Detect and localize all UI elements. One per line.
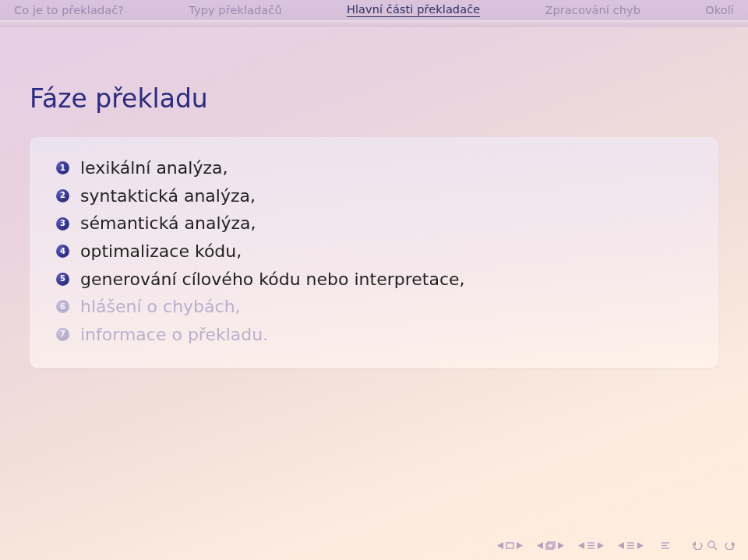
svg-marker-7 [578, 542, 584, 549]
list-item: 2 syntaktická analýza, [56, 182, 692, 210]
list-item: 1 lexikální analýza, [56, 154, 692, 182]
list-item-text: generování cílového kódu nebo interpreta… [80, 266, 465, 294]
bullet-number-icon: 4 [56, 245, 69, 258]
footer-nav [0, 534, 748, 560]
bullet-number-icon: 3 [56, 217, 69, 231]
subsection-icon [587, 541, 595, 550]
bullet-number-icon: 6 [56, 300, 69, 313]
nav-item-1[interactable]: Typy překladačů [189, 4, 281, 16]
list-item-text: informace o překladu. [80, 321, 268, 349]
list-item-text: lexikální analýza, [80, 154, 228, 182]
list-item: 6 hlášení o chybách, [56, 293, 692, 321]
svg-marker-3 [537, 542, 543, 549]
section-navbar: Co je to překladač? Typy překladačů Hlav… [0, 0, 748, 21]
slide-icon [506, 542, 514, 549]
navbar-separator [0, 21, 748, 27]
content-block: 1 lexikální analýza, 2 syntaktická analý… [30, 137, 718, 368]
bullet-number-icon: 1 [56, 161, 69, 174]
nav-item-3[interactable]: Zpracování chyb [545, 4, 640, 16]
nav-goto-end-icon[interactable] [661, 541, 670, 550]
svg-point-21 [708, 541, 714, 548]
list-item-text: optimalizace kódu, [80, 238, 242, 266]
list-item: 3 sémantická analýza, [56, 210, 692, 238]
list-item: 4 optimalizace kódu, [56, 238, 692, 266]
svg-line-22 [714, 547, 717, 550]
nav-section-prev-next[interactable] [618, 541, 644, 550]
nav-item-2[interactable]: Hlavní části překladače [347, 3, 480, 17]
search-icon [707, 541, 720, 550]
navbar-spacer [0, 27, 748, 35]
frame-icon [545, 541, 556, 550]
slide-title: Fáze překladu [0, 35, 748, 114]
svg-marker-16 [637, 542, 644, 549]
bullet-number-icon: 5 [56, 273, 69, 286]
svg-marker-0 [497, 542, 503, 549]
svg-marker-2 [517, 542, 523, 549]
phase-list: 1 lexikální analýza, 2 syntaktická analý… [56, 154, 692, 348]
list-item: 7 informace o překladu. [56, 321, 692, 349]
list-item: 5 generování cílového kódu nebo interpre… [56, 266, 692, 294]
nav-back-forward[interactable] [692, 541, 736, 550]
nav-slide-prev-next[interactable] [497, 542, 523, 549]
bullet-number-icon: 2 [56, 189, 69, 203]
nav-item-0[interactable]: Co je to překladač? [14, 4, 124, 16]
svg-marker-11 [598, 542, 604, 549]
list-item-text: sémantická analýza, [80, 210, 256, 238]
list-item-text: hlášení o chybách, [80, 293, 241, 321]
nav-frame-prev-next[interactable] [537, 541, 564, 550]
undo-icon [692, 541, 703, 550]
redo-icon [725, 541, 736, 550]
nav-item-4[interactable]: Okolí [705, 4, 734, 16]
svg-marker-12 [618, 542, 624, 549]
svg-marker-6 [558, 542, 564, 549]
list-item-text: syntaktická analýza, [80, 182, 256, 210]
bullet-number-icon: 7 [56, 328, 69, 341]
nav-subsection-prev-next[interactable] [578, 541, 604, 550]
section-icon [626, 541, 635, 550]
svg-rect-1 [506, 543, 513, 548]
